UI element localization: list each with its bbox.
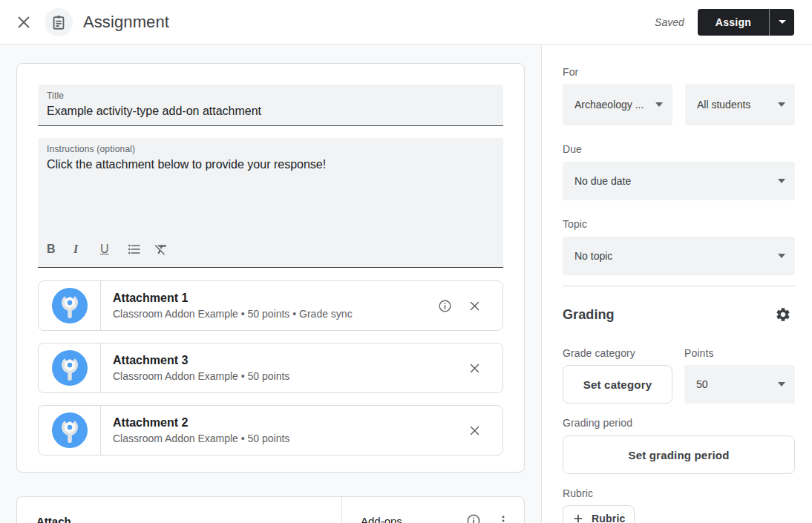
topbar-actions: Saved Assign — [655, 9, 803, 36]
divider — [563, 286, 795, 286]
attachment-info-button[interactable] — [430, 291, 459, 320]
caret-down-icon — [778, 179, 785, 183]
students-select[interactable]: All students — [685, 84, 795, 125]
attachment-remove-button[interactable] — [459, 353, 489, 383]
attachment-icon-cell — [39, 406, 101, 455]
addons-overflow-menu-button[interactable] — [488, 506, 518, 523]
due-date-select[interactable]: No due date — [563, 162, 795, 200]
attachment-row[interactable]: Attachment 2 Classroom Addon Example • 5… — [38, 405, 503, 455]
points-select[interactable]: 50 — [684, 365, 795, 404]
attachment-icon-cell — [39, 281, 101, 330]
attachment-title: Attachment 1 — [113, 292, 430, 305]
due-date-select-value: No due date — [574, 175, 631, 187]
attachment-info: Attachment 1 Classroom Addon Example • 5… — [101, 281, 430, 330]
grading-labels-row: Grade category Points — [563, 347, 795, 359]
gear-icon — [775, 306, 791, 323]
clear-formatting-button[interactable] — [154, 240, 180, 258]
caret-down-icon — [778, 382, 785, 387]
caret-down-icon — [779, 20, 786, 24]
settings-sidebar: For Archaeology ... All students Due No … — [543, 45, 812, 523]
course-select-value: Archaeology ... — [574, 99, 644, 111]
students-select-value: All students — [697, 99, 750, 111]
saved-status: Saved — [655, 16, 684, 28]
addon-wrench-icon — [52, 412, 88, 448]
title-field[interactable]: Title Example activity-type add-on attac… — [38, 85, 503, 126]
attachment-actions — [459, 406, 502, 455]
info-icon — [438, 299, 452, 313]
course-select[interactable]: Archaeology ... — [563, 84, 672, 125]
addons-section: Add-ons — [342, 497, 524, 523]
grading-settings-button[interactable] — [771, 303, 795, 326]
close-button[interactable] — [9, 7, 39, 37]
points-label: Points — [684, 347, 714, 359]
bulleted-list-button[interactable] — [127, 240, 154, 258]
set-grading-period-button[interactable]: Set grading period — [563, 435, 795, 474]
attachment-actions — [459, 343, 502, 392]
instructions-field-value[interactable]: Click the attachment below to provide yo… — [47, 158, 494, 171]
attachment-meta: Classroom Addon Example • 50 points — [113, 432, 459, 444]
top-bar: Assignment Saved Assign — [0, 0, 812, 45]
for-label: For — [563, 66, 795, 78]
grading-period-label: Grading period — [563, 417, 795, 429]
assign-button[interactable]: Assign — [698, 9, 770, 36]
add-rubric-button[interactable]: Rubric — [563, 505, 635, 523]
grading-header: Grading — [563, 303, 795, 326]
close-icon — [16, 14, 32, 30]
instructions-field[interactable]: Instructions (optional) Click the attach… — [38, 138, 503, 268]
attach-section: Attach — [17, 497, 342, 523]
topic-select-value: No topic — [574, 250, 612, 262]
attachment-row[interactable]: Attachment 1 Classroom Addon Example • 5… — [38, 280, 503, 331]
instructions-field-label: Instructions (optional) — [47, 144, 494, 154]
for-controls: Archaeology ... All students — [563, 84, 795, 125]
plus-icon — [572, 513, 584, 523]
attachment-info: Attachment 3 Classroom Addon Example • 5… — [101, 343, 459, 392]
attach-card: Attach Add-ons — [16, 496, 525, 523]
attachment-meta: Classroom Addon Example • 50 points • Gr… — [113, 308, 430, 320]
close-icon — [468, 424, 481, 437]
set-category-button[interactable]: Set category — [563, 365, 672, 404]
addon-wrench-icon — [52, 288, 88, 323]
add-rubric-button-label: Rubric — [592, 513, 626, 523]
bulleted-list-icon — [127, 242, 142, 257]
formatting-toolbar: B I U — [47, 240, 494, 260]
bold-button[interactable]: B — [47, 240, 73, 258]
attachment-title: Attachment 3 — [113, 354, 459, 367]
attachment-remove-button[interactable] — [459, 415, 489, 445]
attachment-row[interactable]: Attachment 3 Classroom Addon Example • 5… — [38, 343, 503, 393]
topic-label: Topic — [563, 218, 795, 230]
grading-heading: Grading — [563, 307, 615, 323]
points-select-value: 50 — [696, 378, 708, 390]
assign-split-button: Assign — [698, 9, 794, 36]
attachment-remove-button[interactable] — [459, 291, 489, 320]
addon-wrench-icon — [52, 350, 88, 386]
close-icon — [468, 362, 481, 375]
assignment-type-badge — [45, 8, 73, 36]
caret-down-icon — [778, 254, 785, 258]
addons-label: Add-ons — [361, 515, 402, 523]
main-content-pane: Title Example activity-type add-on attac… — [0, 45, 542, 523]
addons-info-button[interactable] — [459, 506, 488, 523]
clear-formatting-icon — [154, 242, 168, 257]
grade-category-cell: Set category — [563, 365, 684, 404]
rubric-label: Rubric — [563, 487, 795, 499]
attachment-info: Attachment 2 Classroom Addon Example • 5… — [101, 406, 459, 455]
attachment-actions — [430, 281, 502, 330]
italic-button[interactable]: I — [73, 240, 100, 258]
assignment-form-card: Title Example activity-type add-on attac… — [16, 63, 525, 473]
due-label: Due — [563, 143, 795, 155]
attachment-title: Attachment 2 — [113, 416, 459, 430]
grading-controls-row: Set category 50 — [563, 365, 795, 404]
title-field-value[interactable]: Example activity-type add-on attachment — [47, 105, 494, 118]
page-title: Assignment — [83, 13, 169, 32]
underline-button[interactable]: U — [100, 240, 127, 258]
caret-down-icon — [778, 102, 785, 107]
title-field-label: Title — [47, 91, 494, 101]
attachment-meta: Classroom Addon Example • 50 points — [113, 370, 459, 382]
close-icon — [468, 300, 481, 312]
kebab-menu-icon — [497, 514, 510, 523]
info-icon — [466, 513, 481, 523]
assignment-clipboard-icon — [50, 14, 67, 30]
topic-select[interactable]: No topic — [563, 237, 795, 275]
assign-dropdown-button[interactable] — [770, 9, 794, 36]
caret-down-icon — [655, 102, 663, 107]
